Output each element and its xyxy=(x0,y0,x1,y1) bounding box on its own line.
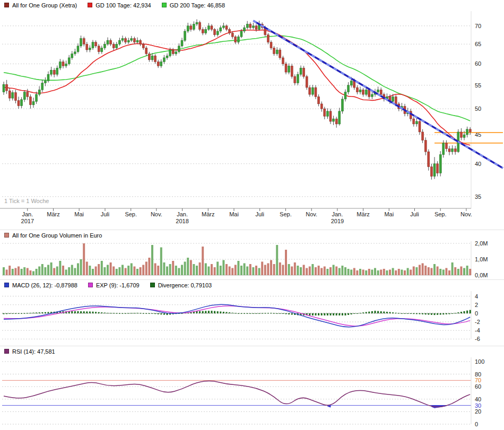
legend-item-gd200: GD 200 Tage: 46,858 xyxy=(162,2,225,8)
macd-panel: MACD (26, 12): -0,87988 EXP (9): -1,6709… xyxy=(0,279,504,346)
svg-text:4: 4 xyxy=(475,293,478,300)
svg-text:80: 80 xyxy=(475,371,481,378)
svg-text:-4: -4 xyxy=(475,327,480,334)
svg-text:Jan.: Jan. xyxy=(177,211,188,217)
svg-text:-6: -6 xyxy=(475,336,480,342)
macd-label: MACD (26, 12): -0,87988 xyxy=(12,282,77,288)
svg-text:Nov.: Nov. xyxy=(306,211,317,217)
macd-swatch-icon xyxy=(4,283,9,287)
svg-text:2017: 2017 xyxy=(21,218,34,224)
volume-swatch-icon xyxy=(4,233,9,238)
svg-text:Juli: Juli xyxy=(410,211,419,217)
svg-text:Mai: Mai xyxy=(384,211,394,217)
gd100-swatch-icon xyxy=(88,3,92,7)
tick-note: 1 Tick = 1 Woche xyxy=(4,198,49,204)
rsi-swatch-icon xyxy=(4,349,9,354)
svg-text:Juli: Juli xyxy=(255,211,264,217)
rsi-chart-canvas: 1008070604030200 xyxy=(0,355,504,429)
svg-text:Nov.: Nov. xyxy=(460,211,472,217)
svg-text:Juli: Juli xyxy=(101,211,110,217)
volume-panel: All for One Group Volumen in Euro 0,0M1,… xyxy=(0,230,504,279)
volume-chart-canvas: 0,0M1,0M2,0M xyxy=(0,239,504,279)
svg-text:Jan.: Jan. xyxy=(22,211,33,217)
svg-text:40: 40 xyxy=(475,396,481,402)
volume-label: All for One Group Volumen in Euro xyxy=(12,232,102,239)
svg-text:1,0M: 1,0M xyxy=(475,256,488,262)
series-label: All for One Group (Xetra) xyxy=(12,2,77,8)
svg-text:Nov.: Nov. xyxy=(151,211,162,217)
price-panel: All for One Group (Xetra) GD 100 Tage: 4… xyxy=(0,0,504,230)
svg-text:65: 65 xyxy=(475,41,481,47)
svg-text:70: 70 xyxy=(475,23,481,29)
svg-text:2,0M: 2,0M xyxy=(475,240,488,247)
legend-item-exp: EXP (9): -1,6709 xyxy=(88,282,140,288)
svg-text:Mai: Mai xyxy=(229,211,239,217)
svg-text:März: März xyxy=(357,211,369,217)
svg-text:0,0M: 0,0M xyxy=(475,272,488,278)
svg-text:55: 55 xyxy=(475,82,481,89)
svg-text:Jan.: Jan. xyxy=(332,211,343,217)
gd200-swatch-icon xyxy=(162,3,167,7)
svg-text:35: 35 xyxy=(475,194,481,200)
svg-text:März: März xyxy=(47,211,59,217)
stock-chart-window: All for One Group (Xetra) GD 100 Tage: 4… xyxy=(0,0,504,430)
volume-legend: All for One Group Volumen in Euro xyxy=(0,230,504,239)
svg-text:30: 30 xyxy=(475,402,481,409)
svg-text:0: 0 xyxy=(475,421,478,427)
rsi-legend: RSI (14): 47,581 xyxy=(0,346,504,355)
svg-text:60: 60 xyxy=(475,60,481,67)
gd200-label: GD 200 Tage: 46,858 xyxy=(170,2,225,8)
svg-text:Sep.: Sep. xyxy=(125,211,137,217)
svg-text:Sep.: Sep. xyxy=(280,211,292,217)
svg-text:2: 2 xyxy=(475,302,478,308)
price-chart-canvas: 3540455055606570Jan.2017MärzMaiJuliSep.N… xyxy=(0,9,504,230)
svg-text:20: 20 xyxy=(475,408,481,415)
svg-text:2019: 2019 xyxy=(331,218,344,224)
svg-text:70: 70 xyxy=(475,377,481,383)
svg-text:Mai: Mai xyxy=(74,211,84,217)
legend-item-gd100: GD 100 Tage: 42,934 xyxy=(88,2,151,8)
svg-text:2018: 2018 xyxy=(176,218,188,224)
legend-item-divergence: Divergence: 0,79103 xyxy=(150,282,212,288)
legend-item-volume: All for One Group Volumen in Euro xyxy=(4,232,102,239)
svg-text:60: 60 xyxy=(475,383,481,390)
divergence-swatch-icon xyxy=(150,283,155,287)
series-swatch-icon xyxy=(4,3,9,7)
legend-item-rsi: RSI (14): 47,581 xyxy=(4,348,55,355)
exp-swatch-icon xyxy=(88,283,93,287)
svg-text:-2: -2 xyxy=(475,319,480,325)
macd-legend: MACD (26, 12): -0,87988 EXP (9): -1,6709… xyxy=(0,280,504,289)
divergence-label: Divergence: 0,79103 xyxy=(158,282,212,288)
rsi-label: RSI (14): 47,581 xyxy=(12,348,55,355)
price-legend: All for One Group (Xetra) GD 100 Tage: 4… xyxy=(0,0,504,9)
exp-label: EXP (9): -1,6709 xyxy=(96,282,140,288)
gd100-label: GD 100 Tage: 42,934 xyxy=(95,2,151,8)
legend-item-series: All for One Group (Xetra) xyxy=(4,2,77,8)
svg-text:Sep.: Sep. xyxy=(435,211,447,217)
svg-text:40: 40 xyxy=(475,161,481,167)
svg-text:0: 0 xyxy=(475,310,478,317)
rsi-panel: RSI (14): 47,581 1008070604030200 xyxy=(0,346,504,430)
macd-chart-canvas: 420-2-4-6 xyxy=(0,289,504,345)
svg-text:100: 100 xyxy=(475,358,484,365)
legend-item-macd: MACD (26, 12): -0,87988 xyxy=(4,282,77,288)
svg-text:März: März xyxy=(202,211,214,217)
svg-text:50: 50 xyxy=(475,106,481,112)
